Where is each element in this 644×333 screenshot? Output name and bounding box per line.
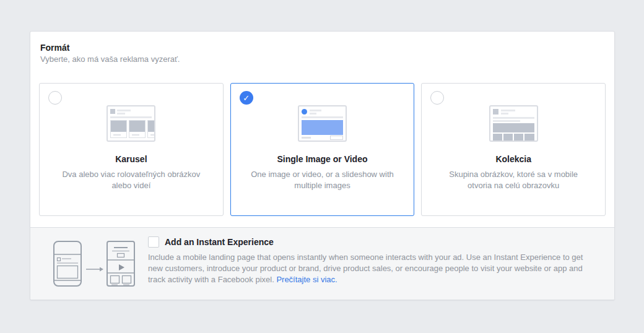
format-desc-single: One image or video, or a slideshow with … [239, 169, 406, 191]
format-options-row: Karusel Dva alebo viac rolovateľných obr… [39, 83, 606, 216]
feed-phone-icon [53, 241, 82, 287]
instant-experience-title: Add an Instant Experience [165, 237, 274, 247]
instant-experience-content: Add an Instant Experience Include a mobi… [148, 236, 604, 300]
format-title-collection: Kolekcia [422, 154, 605, 164]
format-option-collection[interactable]: Kolekcia Skupina obrázkov, ktoré sa v mo… [421, 83, 606, 216]
instant-experience-description: Include a mobile landing page that opens… [148, 252, 596, 285]
instant-experience-checkbox[interactable] [148, 236, 159, 248]
carousel-ad-icon [107, 105, 155, 142]
format-desc-collection: Skupina obrázkov, ktoré sa v mobile otvo… [430, 169, 597, 191]
format-option-single-image-or-video[interactable]: ✓ Single Image or Video One image or vid… [230, 83, 415, 216]
format-title-single: Single Image or Video [231, 154, 414, 164]
instant-experience-checkbox-row: Add an Instant Experience [148, 236, 604, 248]
format-desc-carousel: Dva alebo viac rolovateľných obrázkov al… [48, 169, 215, 191]
check-icon: ✓ [243, 93, 250, 103]
radio-collection-unchecked[interactable] [430, 91, 444, 105]
radio-single-checked[interactable]: ✓ [240, 91, 253, 105]
instant-experience-section: Add an Instant Experience Include a mobi… [30, 227, 614, 300]
collection-ad-icon [489, 105, 538, 142]
instant-experience-phone-icon [107, 241, 135, 287]
radio-carousel-unchecked[interactable] [48, 91, 62, 105]
section-subtitle: Vyberte, ako má vaša reklama vyzerať. [40, 54, 604, 64]
arrow-icon [86, 266, 103, 272]
format-option-carousel[interactable]: Karusel Dva alebo viac rolovateľných obr… [39, 83, 224, 216]
instant-experience-illustration [40, 236, 148, 300]
read-more-link[interactable]: Prečítajte si viac. [276, 275, 337, 284]
instant-experience-description-text: Include a mobile landing page that opens… [148, 253, 583, 284]
format-header: Formát Vyberte, ako má vaša reklama vyze… [30, 32, 614, 64]
single-image-ad-icon [298, 105, 347, 142]
format-title-carousel: Karusel [40, 154, 223, 164]
format-section-panel: Formát Vyberte, ako má vaša reklama vyze… [30, 31, 615, 300]
section-title: Formát [40, 43, 604, 53]
